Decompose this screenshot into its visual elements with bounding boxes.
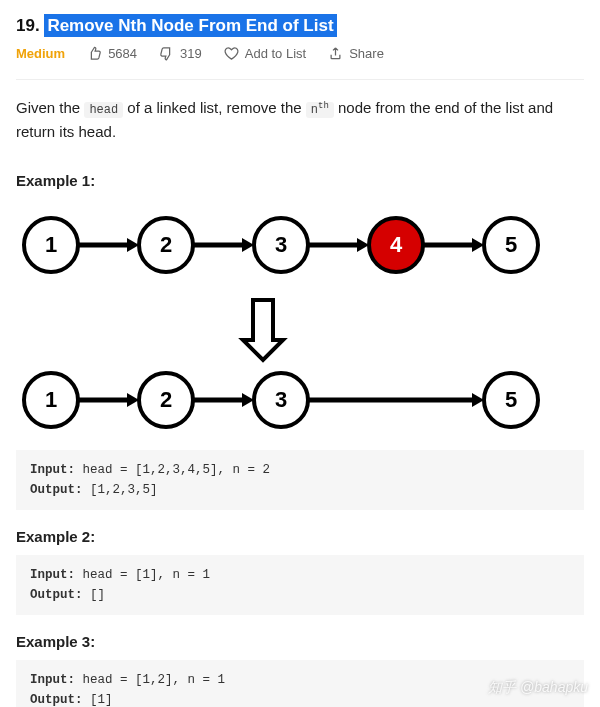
thumbs-up-icon [87,46,102,61]
problem-number: 19. [16,16,40,35]
meta-row: Medium 5684 319 Add to List Share [16,46,584,61]
like-button[interactable]: 5684 [87,46,137,61]
svg-text:1: 1 [45,387,57,412]
share-button[interactable]: Share [328,46,384,61]
difficulty-badge: Medium [16,46,65,61]
svg-text:2: 2 [160,232,172,257]
example-1: Example 1: 12345 1235 Input: head = [1,2… [16,172,584,510]
inline-code-head: head [84,102,123,118]
share-label: Share [349,46,384,61]
svg-text:1: 1 [45,232,57,257]
dislike-button[interactable]: 319 [159,46,202,61]
svg-text:3: 3 [275,232,287,257]
divider [16,79,584,80]
heart-icon [224,46,239,61]
svg-text:5: 5 [505,232,517,257]
linked-list-diagram: 12345 1235 [16,205,576,435]
problem-title: 19. Remove Nth Node From End of List [16,16,584,36]
like-count: 5684 [108,46,137,61]
example-code: Input: head = [1], n = 1 Output: [] [16,555,584,615]
add-to-list-label: Add to List [245,46,306,61]
svg-text:3: 3 [275,387,287,412]
inline-code-nth: nth [306,102,334,118]
example-code: Input: head = [1,2], n = 1 Output: [1] [16,660,584,707]
dislike-count: 319 [180,46,202,61]
example-title: Example 2: [16,528,584,545]
example-2: Example 2: Input: head = [1], n = 1 Outp… [16,528,584,615]
example-title: Example 1: [16,172,584,189]
svg-text:2: 2 [160,387,172,412]
share-icon [328,46,343,61]
thumbs-down-icon [159,46,174,61]
problem-title-text: Remove Nth Node From End of List [44,14,336,37]
example-code: Input: head = [1,2,3,4,5], n = 2 Output:… [16,450,584,510]
example-3: Example 3: Input: head = [1,2], n = 1 Ou… [16,633,584,707]
svg-text:4: 4 [390,232,403,257]
add-to-list-button[interactable]: Add to List [224,46,306,61]
example-title: Example 3: [16,633,584,650]
svg-text:5: 5 [505,387,517,412]
problem-description: Given the head of a linked list, remove … [16,96,584,144]
